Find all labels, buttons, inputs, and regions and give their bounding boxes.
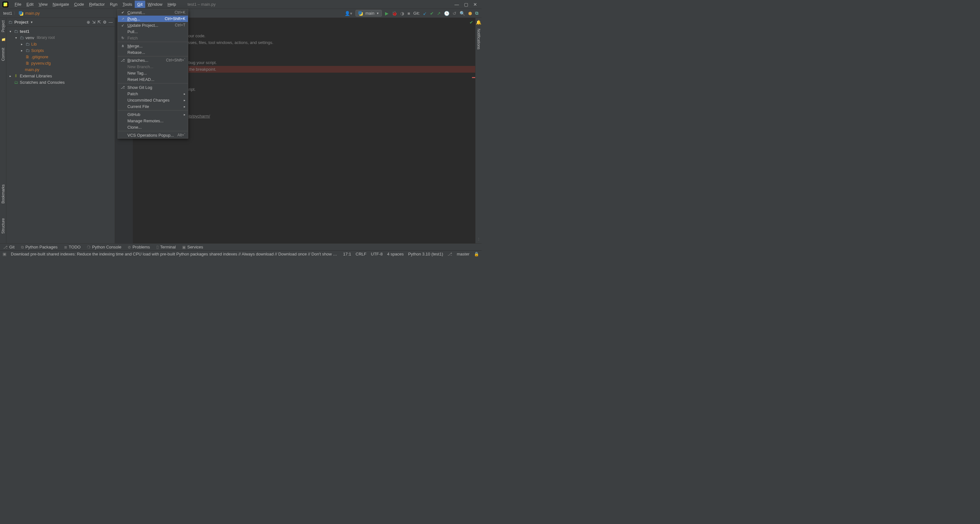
notifications-bell-icon[interactable]: 🔔 [476,20,481,25]
close-icon[interactable]: ✕ [473,2,477,7]
git-clone[interactable]: Clone... [118,124,188,130]
toolwindow-structure[interactable]: Structure [0,218,6,234]
tree-node-lib[interactable]: ▸🗀Lib [6,41,115,47]
menu-code[interactable]: Code [72,1,87,8]
folder-icon[interactable]: 📁 [0,37,6,43]
status-branch[interactable]: master [457,252,469,256]
status-message[interactable]: Download pre-built shared indexes: Reduc… [11,252,339,256]
menu-tools[interactable]: Tools [120,1,135,8]
git-push-icon[interactable]: ↗ [437,11,441,16]
menu-run[interactable]: Run [107,1,120,8]
menubar: FFileile Edit View Navigate Code Refacto… [0,0,482,9]
toolwindow-todo[interactable]: ≣TODO [64,245,81,249]
expand-all-icon[interactable]: ⇲ [92,20,95,24]
coverage-button[interactable]: ◑ [400,11,404,16]
toolwindow-python-console[interactable]: ❍Python Console [87,245,121,249]
toolbar-right: 👤▾ main ▼ ▶ 🐞 ◑ ■ Git: ↙ ✔ ↗ 🕓 ↺ 🔍 ⬢ ⧉ [345,10,478,17]
git-vcs-popup[interactable]: VCS Operations Popup...Alt+` [118,132,188,138]
menu-refactor[interactable]: Refactor [87,1,107,8]
window-title: test1 – main.py [188,2,216,7]
tree-node-venv[interactable]: ▾🗀venvlibrary root [6,34,115,41]
status-line-sep[interactable]: CRLF [356,252,367,256]
git-branches[interactable]: ⎇Branches...Ctrl+Shift+` [118,57,188,64]
menu-window[interactable]: Window [145,1,165,8]
menu-navigate[interactable]: Navigate [50,1,72,8]
menu-view[interactable]: View [36,1,50,8]
menu-edit[interactable]: Edit [24,1,36,8]
git-rollback-icon[interactable]: ↺ [453,11,457,16]
more-icon[interactable]: ⋮ [477,237,480,244]
lock-icon[interactable]: 🔒 [474,252,479,256]
git-uncommitted-changes[interactable]: Uncommitted Changes▸ [118,97,188,103]
app-icon [3,2,8,7]
statusbar: ▣ Download pre-built shared indexes: Red… [0,250,482,257]
git-current-file[interactable]: Current File▸ [118,103,188,110]
debug-button[interactable]: 🐞 [392,11,397,16]
git-manage-remotes[interactable]: Manage Remotes... [118,118,188,124]
toolwindow-commit[interactable]: Commit [0,47,6,62]
toolwindow-problems[interactable]: ⊘Problems [128,245,150,249]
git-update-project[interactable]: ↙Update Project...Ctrl+T [118,22,188,29]
menu-help[interactable]: Help [165,1,179,8]
tree-node-gitignore[interactable]: ▸🗎.gitignore [6,54,115,60]
git-new-branch: New Branch... [118,64,188,70]
select-opened-file-icon[interactable]: ⊕ [87,20,90,24]
git-rebase[interactable]: Rebase... [118,49,188,56]
git-commit[interactable]: ✔Commit...Ctrl+K [118,9,188,16]
toolwindow-project[interactable]: Project [0,20,6,33]
git-reset-head[interactable]: Reset HEAD... [118,76,188,83]
git-update-icon[interactable]: ↙ [423,11,427,16]
menu-file[interactable]: FFileile [12,1,24,8]
maximize-icon[interactable]: ▢ [464,2,468,7]
tree-node-external-libs[interactable]: ▸⫴External Libraries [6,73,115,79]
toolwindow-bookmarks[interactable]: Bookmarks [0,184,6,204]
search-everywhere-icon[interactable]: 🔍 [460,11,465,16]
git-history-icon[interactable]: 🕓 [444,11,449,16]
run-config-selector[interactable]: main ▼ [355,10,382,17]
run-button[interactable]: ▶ [385,11,388,16]
git-push[interactable]: ↗Push...Ctrl+Shift+K [118,16,188,22]
error-stripe-mark[interactable] [472,77,475,78]
collapse-all-icon[interactable]: ⇱ [97,20,101,24]
tree-node-pyvenv[interactable]: ▸🗎pyvenv.cfg [6,60,115,66]
inspection-ok-icon[interactable]: ✔ [469,20,473,25]
add-user-icon[interactable]: 👤▾ [345,11,352,16]
breadcrumb-file[interactable]: main.py [25,11,40,16]
gear-icon[interactable]: ⚙ [103,20,107,24]
toolwindow-notifications[interactable]: Notifications [476,28,482,50]
git-branch-icon[interactable]: ⎇ [447,252,452,256]
toolwindow-python-packages[interactable]: ⧉Python Packages [21,245,58,249]
toolwindows-icon[interactable]: ▣ [3,252,6,256]
toolwindow-terminal[interactable]: ⌷Terminal [156,245,176,249]
separator [118,56,188,56]
folder-icon: 🗀 [8,20,13,24]
git-pull[interactable]: Pull... [118,29,188,35]
status-encoding[interactable]: UTF-8 [371,252,383,256]
git-merge[interactable]: ⋔Merge... [118,43,188,49]
toolwindow-git[interactable]: ⎇Git [3,245,15,249]
stop-button[interactable]: ■ [407,11,410,16]
ide-settings-icon[interactable]: ⬢ [468,11,472,16]
run-config-name: main [365,11,374,16]
tree-node-scratches[interactable]: ▸🗂Scratches and Consoles [6,79,115,85]
chevron-down-icon[interactable]: ▼ [30,21,33,24]
git-show-log[interactable]: ⎇Show Git Log [118,84,188,91]
project-header: 🗀 Project ▼ ⊕ ⇲ ⇱ ⚙ — [6,18,115,27]
status-interpreter[interactable]: Python 3.10 (test1) [408,252,443,256]
git-patch[interactable]: Patch▸ [118,91,188,97]
status-indent[interactable]: 4 spaces [387,252,404,256]
code-with-me-icon[interactable]: ⧉ [475,11,478,16]
tree-node-mainpy[interactable]: ▸main.py [6,66,115,73]
breadcrumb-project[interactable]: test1 [3,11,12,16]
minimize-icon[interactable]: — [455,2,459,7]
git-github[interactable]: GitHub▸ [118,111,188,118]
git-new-tag[interactable]: New Tag... [118,70,188,76]
status-position[interactable]: 17:1 [343,252,351,256]
toolwindow-services[interactable]: ▣Services [182,245,203,249]
project-title[interactable]: Project [14,20,29,24]
menu-git[interactable]: Git [135,1,145,8]
hide-icon[interactable]: — [108,20,113,24]
git-commit-icon[interactable]: ✔ [430,11,434,16]
tree-node-root[interactable]: ▾🗀test1 [6,28,115,34]
tree-node-scripts[interactable]: ▸🗀Scripts [6,47,115,54]
